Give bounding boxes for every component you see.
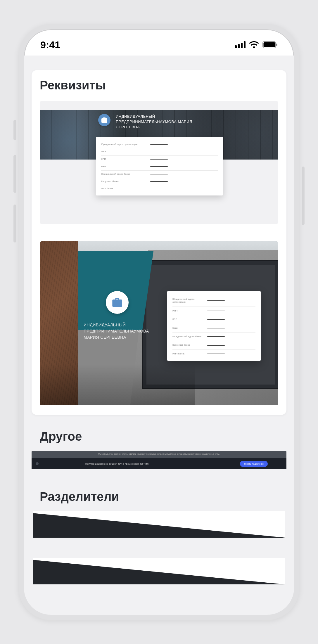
info-value <box>207 319 225 320</box>
info-label: Юридический адрес банка <box>101 173 150 176</box>
info-label: Корр счет банка <box>172 344 207 347</box>
info-value <box>150 152 168 152</box>
info-value <box>150 189 168 189</box>
promo-bar: Покупай дешевле со скидкой 50% с промо-к… <box>32 458 286 469</box>
info-value <box>150 144 168 145</box>
info-value <box>150 181 168 182</box>
learn-more-button[interactable]: Узнать подробнее <box>240 461 268 467</box>
svg-rect-3 <box>244 41 246 48</box>
info-value <box>207 354 225 354</box>
info-value <box>207 311 225 311</box>
side-button <box>13 155 16 193</box>
info-row: Банк <box>101 163 218 170</box>
phone-screen: 9:41 Реквизиты ИНДИВИДУАЛЬНЫЙ П <box>19 24 299 620</box>
status-bar: 9:41 <box>24 29 294 56</box>
info-label: ИНН банка <box>172 352 207 355</box>
promo-text: Покупай дешевле со скидкой 50% с промо-к… <box>44 463 240 465</box>
cookie-notice-text: Мы используем cookies, что бы сделать на… <box>32 453 286 455</box>
preview1-info-card: Юридический адрес организации ИНН КПП Ба… <box>96 137 223 195</box>
section-title-other: Другое <box>32 430 286 444</box>
screen-content[interactable]: Реквизиты ИНДИВИДУАЛЬНЫЙ ПРЕДПРИНИМАТЕЛЬ… <box>24 56 294 615</box>
preview1-entrepreneur-title: ИНДИВИДУАЛЬНЫЙ ПРЕДПРИНИМАТЕЛЬНАУМОВА МА… <box>116 114 198 130</box>
section-title-dividers: Разделители <box>32 490 286 504</box>
info-row: Корр счет банка <box>172 341 255 349</box>
divider-preview-2[interactable] <box>33 558 285 584</box>
info-row: Юридический адрес банка <box>101 171 218 178</box>
side-button <box>13 120 16 140</box>
other-preview[interactable]: Мы используем cookies, что бы сделать на… <box>32 451 286 469</box>
info-value <box>150 174 168 174</box>
info-row: Юридический адрес банка <box>172 333 255 341</box>
preview1-header: ИНДИВИДУАЛЬНЫЙ ПРЕДПРИНИМАТЕЛЬНАУМОВА МА… <box>98 114 198 130</box>
info-row: Юридический адрес организации <box>172 295 255 307</box>
info-value <box>207 336 225 337</box>
svg-rect-5 <box>264 42 275 47</box>
preview2-entrepreneur-title: ИНДИВИДУАЛЬНЫЙ ПРЕДПРИНИМАТЕЛЬНАУМОВА МА… <box>84 322 151 340</box>
info-label: Корр счет банка <box>101 180 150 183</box>
info-value <box>207 345 225 346</box>
info-label: Банк <box>172 327 207 330</box>
promo-dot-icon <box>36 462 39 465</box>
dividers-list <box>32 511 286 584</box>
battery-icon <box>262 41 278 48</box>
info-value <box>207 300 225 301</box>
svg-rect-0 <box>235 45 237 48</box>
requisites-preview-1[interactable]: ИНДИВИДУАЛЬНЫЙ ПРЕДПРИНИМАТЕЛЬНАУМОВА МА… <box>40 101 278 224</box>
requisites-card[interactable]: Реквизиты ИНДИВИДУАЛЬНЫЙ ПРЕДПРИНИМАТЕЛЬ… <box>32 70 286 415</box>
svg-rect-2 <box>241 43 243 48</box>
info-value <box>150 159 168 160</box>
info-row: ИНН <box>101 148 218 155</box>
svg-rect-1 <box>238 44 240 48</box>
info-label: Юридический адрес банка <box>172 335 207 338</box>
device-frame: 9:41 Реквизиты ИНДИВИДУАЛЬНЫЙ П <box>0 0 318 644</box>
info-label: ИНН <box>172 309 207 312</box>
divider-preview-1[interactable] <box>33 511 285 538</box>
info-label: ИНН <box>101 150 150 153</box>
side-button <box>13 205 16 243</box>
status-time: 9:41 <box>40 39 60 51</box>
info-label: Юридический адрес организации <box>172 298 207 304</box>
info-row: Банк <box>172 324 255 333</box>
info-row: КПП <box>101 156 218 163</box>
preview2-left: ИНДИВИДУАЛЬНЫЙ ПРЕДПРИНИМАТЕЛЬНАУМОВА МА… <box>84 291 151 340</box>
info-row: ИНН банка <box>101 185 218 192</box>
info-label: Банк <box>101 165 150 168</box>
info-value <box>207 328 225 328</box>
briefcase-icon <box>98 114 110 126</box>
side-button <box>302 167 305 225</box>
info-row: КПП <box>172 315 255 324</box>
info-row: ИНН банка <box>172 350 255 358</box>
info-row: Юридический адрес организации <box>101 141 218 148</box>
info-value <box>150 166 168 167</box>
briefcase-icon <box>106 291 129 314</box>
info-label: КПП <box>172 318 207 321</box>
section-title-requisites: Реквизиты <box>40 78 278 92</box>
info-row: Корр счет банка <box>101 178 218 185</box>
requisites-preview-2[interactable]: ИНДИВИДУАЛЬНЫЙ ПРЕДПРИНИМАТЕЛЬНАУМОВА МА… <box>40 241 278 405</box>
status-icons <box>235 41 278 48</box>
preview2-info-card: Юридический адрес организации ИНН КПП Ба… <box>167 291 261 361</box>
wifi-icon <box>249 41 259 48</box>
svg-rect-6 <box>276 44 277 46</box>
cellular-icon <box>235 41 246 48</box>
info-label: ИНН банка <box>101 187 150 190</box>
info-row: ИНН <box>172 307 255 315</box>
info-label: КПП <box>101 158 150 161</box>
info-label: Юридический адрес организации <box>101 143 150 146</box>
